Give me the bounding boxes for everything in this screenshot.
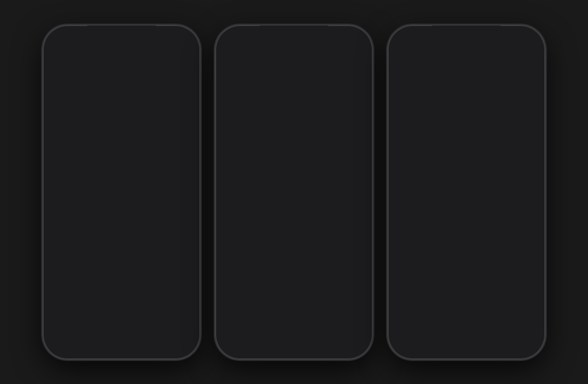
photo-cell	[309, 173, 338, 202]
photo-cell	[100, 132, 122, 154]
photo-cell	[56, 154, 77, 176]
moment-item-home3[interactable]: Home Mar 13 · City of Zagreb › 0:43	[394, 252, 539, 316]
tab-albums-3[interactable]: ▦ Albums	[514, 350, 529, 353]
photo-cell	[56, 283, 77, 305]
albums-tab-icon-3: ▦	[516, 350, 526, 353]
photo-cell	[166, 176, 187, 198]
photo-grid-pitomaca	[56, 110, 187, 198]
tab-shared-3[interactable]: ☁ Shared	[479, 350, 493, 353]
photo-cell	[338, 86, 367, 114]
collections-content-1[interactable]: Pitomača Nov 13 – Dec 22, 2005 · County …	[49, 89, 194, 321]
moment-title-home3: Home	[401, 256, 456, 265]
photo-cell	[221, 231, 250, 260]
wifi-icon-3: ▲	[511, 38, 516, 44]
signal-icon-3	[502, 39, 509, 44]
moment-title-home2: Home	[401, 164, 453, 173]
back-button-3[interactable]: ❮ Collections	[401, 53, 440, 62]
photo-cell	[78, 132, 99, 154]
tab-memories-1[interactable]: ↺ Memories	[94, 326, 114, 341]
back-button-1[interactable]: ❮ Years	[56, 53, 79, 62]
search-icon-3[interactable]: ⌕	[505, 53, 510, 62]
back-button-2[interactable]: ❮ Collections	[228, 53, 267, 62]
tab-shared-label-1: Shared	[134, 336, 148, 341]
photos-tab-icon-1: ⊞	[62, 326, 71, 335]
photo-cell	[166, 241, 187, 262]
moment-sub-home1: Mar 5 · City of Zagreb	[401, 82, 453, 88]
tab-memories-3[interactable]: ↺ Memories	[439, 350, 459, 353]
photo-cell	[100, 219, 122, 240]
photo-cell	[100, 154, 122, 176]
photo-cell	[78, 154, 99, 176]
collection-item-may[interactable]: May 17 – 22, 2006 ›	[49, 268, 194, 321]
tab-shared-1[interactable]: ☁ Shared	[134, 326, 148, 341]
tab-memories-2[interactable]: ↺ Memories	[267, 324, 286, 339]
photo-cell	[221, 261, 250, 289]
photo-cell	[56, 176, 77, 198]
photo-cell	[309, 203, 338, 231]
photo-cell	[221, 290, 250, 318]
phone-2: 9:25 ▲ ❮ Collections Moments	[216, 26, 372, 359]
photo-cell	[56, 219, 77, 240]
select-label-3[interactable]: Select	[514, 54, 532, 61]
photo-cell	[251, 86, 279, 114]
photo-cell	[166, 132, 187, 154]
wifi-icon-1: ▲	[166, 38, 172, 44]
photo-cell	[338, 173, 367, 202]
tab-albums-1[interactable]: ▦ Albums	[169, 326, 184, 341]
moment-photo	[401, 182, 466, 248]
tab-photos-1[interactable]: ⊞ Photos	[59, 326, 73, 341]
status-bar-2: 9:25 ▲	[221, 31, 367, 49]
moments-grid-2[interactable]	[221, 86, 367, 319]
photo-cell	[280, 261, 308, 289]
moments-list-3[interactable]: Home Mar 5 · City of Zagreb › Home Mar 7…	[394, 69, 539, 316]
search-icon-1[interactable]: ⌕	[182, 53, 187, 62]
phone-3: 9:26 ▲ ❮ Collections Moments	[388, 26, 545, 359]
nav-title-1: Collections	[111, 53, 150, 62]
photo-cell	[251, 144, 279, 173]
photo-cell	[309, 290, 338, 318]
memories-tab-icon-3: ↺	[444, 350, 453, 353]
photo-cell	[56, 241, 77, 262]
moment-photo	[467, 182, 532, 248]
status-bar-3: 9:26 ▲	[394, 31, 539, 49]
moment-date-2: May 22, 2006	[228, 73, 279, 82]
photo-cell	[251, 261, 279, 289]
moment-item-home1[interactable]: Home Mar 5 · City of Zagreb ›	[394, 69, 539, 160]
moment-chevron-home2: ›	[530, 164, 532, 172]
battery-icon-2	[346, 38, 357, 44]
photo-cell	[122, 283, 143, 305]
signal-icon-1	[157, 39, 164, 44]
photo-cell	[166, 283, 187, 305]
phone-screen-2: 9:25 ▲ ❮ Collections Moments	[221, 31, 367, 353]
select-label-2[interactable]: Select	[342, 54, 360, 61]
battery-icon-3	[518, 38, 529, 44]
tab-photos-label-2: Photos	[232, 334, 245, 339]
back-label-2: Collections	[236, 54, 267, 61]
photo-cell	[280, 231, 308, 260]
tab-shared-2[interactable]: ☁ Shared	[306, 324, 320, 339]
photo-cell	[144, 305, 165, 321]
signal-icon-2	[329, 39, 337, 44]
photo-cell	[309, 231, 338, 260]
photo-cell	[78, 219, 99, 240]
photo-cell	[78, 283, 99, 305]
moment-item-home2[interactable]: Home Mar 7 · City of Zagreb ›	[394, 160, 539, 252]
select-button-2[interactable]: true	[326, 54, 337, 61]
tab-photos-3[interactable]: ⊞ Photos	[404, 350, 418, 353]
photo-cell	[338, 261, 367, 289]
collection-item-pitomaca[interactable]: Pitomača Nov 13 – Dec 22, 2005 · County …	[49, 89, 194, 203]
photo-cell	[144, 110, 165, 132]
photo-cell	[78, 176, 99, 198]
search-icon-2[interactable]: ⌕	[316, 53, 321, 62]
tab-memories-label-1: Memories	[94, 336, 114, 341]
photo-cell	[338, 290, 367, 318]
large-title-1: Years Collections	[49, 69, 194, 89]
tab-albums-2[interactable]: ▦ Albums	[342, 324, 356, 339]
collection-item-march[interactable]: March 1 – 4, 2006 ›	[49, 203, 194, 268]
shared-tab-icon-3: ☁	[481, 350, 491, 353]
moment-sub-home2: Mar 7 · City of Zagreb	[401, 174, 453, 179]
moment-chevron-home3: ›	[530, 256, 532, 264]
nav-actions-2: ⌕ true Select	[316, 53, 360, 62]
photo-cell	[100, 241, 122, 262]
tab-photos-2[interactable]: ⊞ Photos	[232, 324, 245, 339]
